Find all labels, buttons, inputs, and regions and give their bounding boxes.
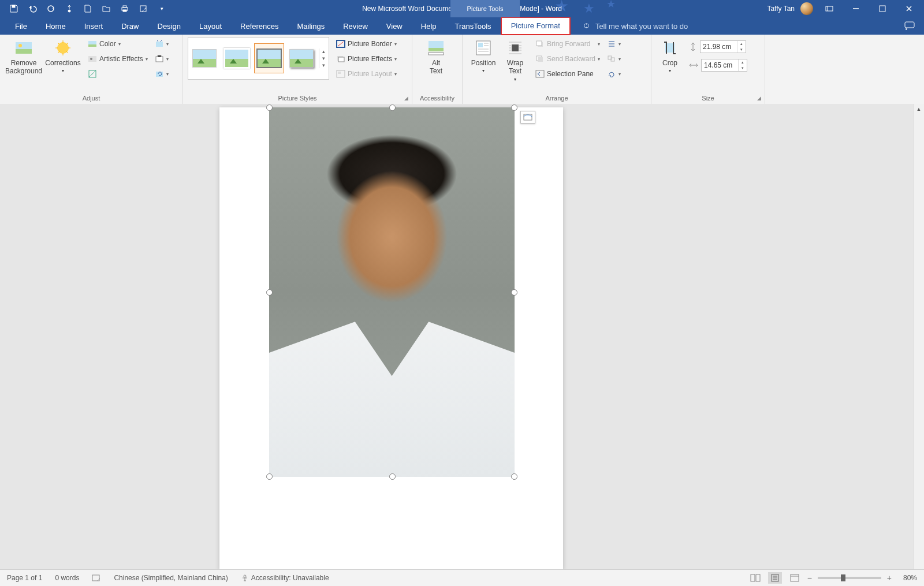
ribbon-tabs: File Home Insert Draw Design Layout Refe… xyxy=(0,17,924,35)
scroll-up-icon[interactable]: ▲ xyxy=(914,104,924,104)
tab-references[interactable]: References xyxy=(231,17,288,35)
crop-button[interactable]: Crop▾ xyxy=(656,37,684,74)
picture-effects-button[interactable]: Picture Effects▾ xyxy=(334,52,399,66)
minimize-button[interactable] xyxy=(845,0,866,17)
svg-rect-4 xyxy=(123,6,126,8)
save-icon[interactable] xyxy=(6,1,22,16)
tab-draw[interactable]: Draw xyxy=(112,17,148,35)
contextual-tab-label: Picture Tools xyxy=(450,0,520,17)
group-label-access: Accessibility xyxy=(412,95,462,102)
group-arrange: Position▾ Wrap Text▾ Bring Forward▾ Send… xyxy=(463,35,651,104)
svg-rect-10 xyxy=(905,22,914,28)
tell-me-search[interactable]: Tell me what you want to do xyxy=(582,22,688,31)
style-thumb-1[interactable] xyxy=(189,43,219,73)
tab-view[interactable]: View xyxy=(377,17,412,35)
bring-forward-button: Bring Forward▾ xyxy=(533,37,602,51)
group-label-size: Size xyxy=(651,95,765,102)
group-label-arrange: Arrange xyxy=(463,95,651,102)
vertical-scrollbar[interactable]: ▲ xyxy=(913,104,924,104)
group-size: Crop▾ 21.98 cm▴▾ 14.65 cm▴▾ Size ◢ xyxy=(651,35,765,104)
quick-access-toolbar: ▾ xyxy=(0,1,170,16)
document-area: ▲ xyxy=(0,104,924,104)
selection-pane-button[interactable]: Selection Pane xyxy=(533,67,602,81)
width-icon xyxy=(688,61,699,70)
position-button[interactable]: Position▾ xyxy=(467,37,500,74)
svg-rect-38 xyxy=(536,70,544,77)
tab-help[interactable]: Help xyxy=(412,17,446,35)
svg-rect-33 xyxy=(512,44,519,51)
print-icon[interactable] xyxy=(117,1,133,16)
artistic-effects-button[interactable]: Artistic Effects▾ xyxy=(85,52,150,66)
svg-point-18 xyxy=(90,58,92,60)
svg-rect-8 xyxy=(880,6,885,12)
tab-transtools[interactable]: TransTools xyxy=(446,17,501,35)
new-doc-icon[interactable] xyxy=(80,1,96,16)
height-input[interactable]: 21.98 cm▴▾ xyxy=(700,40,746,53)
svg-rect-21 xyxy=(156,57,163,62)
tab-layout[interactable]: Layout xyxy=(190,17,231,35)
send-backward-button: Send Backward▾ xyxy=(533,52,602,66)
corrections-button[interactable]: Corrections▾ xyxy=(44,37,82,74)
svg-rect-20 xyxy=(156,42,163,47)
alt-text-button[interactable]: Alt Text xyxy=(417,37,455,76)
svg-rect-0 xyxy=(12,5,15,8)
picture-layout-button: Picture Layout▾ xyxy=(334,67,399,81)
group-accessibility: Alt Text Accessibility xyxy=(412,35,463,104)
user-avatar[interactable] xyxy=(800,2,813,15)
tab-insert[interactable]: Insert xyxy=(75,17,113,35)
svg-rect-32 xyxy=(478,43,483,47)
title-bar: ★ ★ ★ ▾ New Microsoft Word Document.docx… xyxy=(0,0,924,17)
tab-home[interactable]: Home xyxy=(36,17,75,35)
tab-mailings[interactable]: Mailings xyxy=(288,17,334,35)
svg-rect-27 xyxy=(338,72,341,74)
tab-review[interactable]: Review xyxy=(334,17,377,35)
styles-launcher-icon[interactable]: ◢ xyxy=(403,95,409,102)
picture-styles-gallery[interactable]: ▴▾▾ xyxy=(188,37,329,80)
group-label-styles: Picture Styles xyxy=(183,95,412,102)
svg-rect-16 xyxy=(88,44,96,47)
svg-point-2 xyxy=(68,10,70,12)
tell-me-label: Tell me what you want to do xyxy=(595,22,688,31)
comments-icon[interactable] xyxy=(904,21,915,31)
close-button[interactable] xyxy=(899,0,919,17)
size-launcher-icon[interactable]: ◢ xyxy=(755,95,762,102)
svg-rect-25 xyxy=(338,57,344,62)
group-button: ▾ xyxy=(605,52,623,66)
transparency-button[interactable] xyxy=(85,67,150,81)
color-button[interactable]: Color▾ xyxy=(85,37,150,51)
svg-rect-30 xyxy=(429,53,444,55)
open-icon[interactable] xyxy=(98,1,114,16)
style-thumb-2[interactable] xyxy=(222,43,252,73)
maximize-button[interactable] xyxy=(872,0,893,17)
ribbon-display-icon[interactable] xyxy=(819,0,840,17)
svg-rect-12 xyxy=(16,49,32,54)
align-button[interactable]: ▾ xyxy=(605,37,623,51)
svg-rect-7 xyxy=(826,6,833,11)
height-icon xyxy=(688,42,698,52)
change-picture-button[interactable]: ▾ xyxy=(152,52,171,66)
svg-rect-5 xyxy=(123,10,126,12)
gallery-more-button[interactable]: ▴▾▾ xyxy=(319,48,327,68)
reset-picture-button[interactable]: ▾ xyxy=(152,67,171,81)
width-input[interactable]: 14.65 cm▴▾ xyxy=(701,59,747,72)
wrap-text-button[interactable]: Wrap Text▾ xyxy=(501,37,530,82)
picture-border-button[interactable]: Picture Border▾ xyxy=(334,37,399,51)
style-thumb-3[interactable] xyxy=(254,43,284,73)
rotate-button[interactable]: ▾ xyxy=(605,67,623,81)
qat-customize-icon[interactable]: ▾ xyxy=(154,1,170,16)
svg-rect-35 xyxy=(536,41,542,46)
compress-pictures-button[interactable]: ▾ xyxy=(152,37,171,51)
touch-mode-icon[interactable] xyxy=(61,1,77,16)
style-thumb-4[interactable] xyxy=(286,43,316,73)
redo-icon[interactable] xyxy=(43,1,59,16)
tab-picture-format[interactable]: Picture Format xyxy=(501,17,571,35)
group-adjust: Remove Background Corrections▾ Color▾ Ar… xyxy=(0,35,183,104)
undo-icon[interactable] xyxy=(24,1,40,16)
edit-icon[interactable] xyxy=(135,1,151,16)
tab-design[interactable]: Design xyxy=(148,17,190,35)
group-label-adjust: Adjust xyxy=(0,95,182,102)
tab-file[interactable]: File xyxy=(6,17,36,35)
group-picture-styles: ▴▾▾ Picture Border▾ Picture Effects▾ Pic… xyxy=(183,35,412,104)
user-name: Taffy Tan xyxy=(767,5,795,13)
remove-background-button[interactable]: Remove Background xyxy=(5,37,43,76)
